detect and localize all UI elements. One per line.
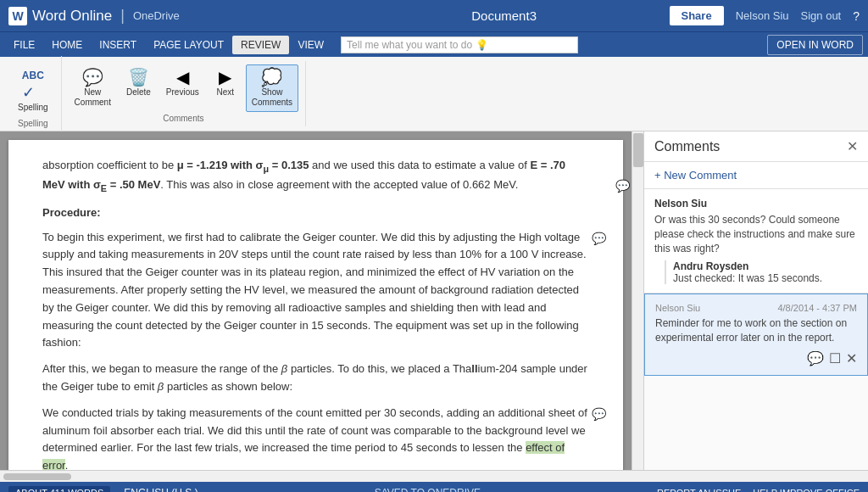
comments-close-button[interactable]: ✕ [847,138,858,154]
delete-icon: 🗑️ [128,69,149,86]
vertical-scrollbar[interactable] [632,131,643,470]
comment-icon-2[interactable]: 💬 [592,229,606,248]
highlighted-phrase: effect of error [42,441,565,470]
spelling-section-label: Spelling [12,119,54,128]
comment-2-meta: Nelson Siu 4/8/2014 - 4:37 PM [655,303,857,313]
logo-area: W Word Online | OneDrive [8,7,339,25]
delete-action-button[interactable]: ✕ [846,350,857,366]
word-count[interactable]: ABOUT 411 WORDS [8,486,110,492]
menu-view[interactable]: VIEW [289,36,332,54]
comment-thread-1: Nelson Siu Or was this 30 seconds? Could… [644,189,868,294]
signout-link[interactable]: Sign out [801,9,842,22]
next-label: Next [216,87,234,98]
user-area: Share Nelson Siu Sign out ? [670,6,860,25]
title-separator: | [120,7,125,25]
comment-1-text: Or was this 30 seconds? Could someone pl… [654,213,858,255]
spelling-icon: ABC ✓ [22,64,44,101]
ribbon: ABC ✓ Spelling Spelling 💬 NewComment 🗑️ … [0,57,868,131]
previous-label: Previous [166,87,199,98]
ribbon-comments-section: 💬 NewComment 🗑️ Delete ◀ Previous ▶ Next… [62,61,307,126]
help-button[interactable]: ? [853,9,860,23]
show-comments-button[interactable]: 💭 ShowComments [246,64,298,112]
ribbon-spelling-section: ABC ✓ Spelling Spelling [5,56,62,131]
comment-icon-1[interactable]: 💬 [615,176,630,195]
paragraph-1: absorption coefficient to be μ = -1.219 … [42,157,589,196]
comment-2-date: 4/8/2014 - 4:37 PM [777,303,857,313]
comment-2-actions: 💬 ☐ ✕ [655,350,857,366]
comments-section-label: Comments [69,114,299,123]
menu-file[interactable]: FILE [5,36,43,54]
delete-label: Delete [126,87,151,98]
delete-button[interactable]: 🗑️ Delete [120,64,157,102]
next-icon: ▶ [219,69,231,86]
previous-icon: ◀ [176,69,189,86]
comments-title: Comments [654,139,720,154]
status-right: REPORT AN ISSUE HELP IMPROVE OFFICE [657,488,860,492]
document-title: Document3 [339,8,670,23]
new-comment-btn[interactable]: + New Comment [644,162,868,189]
saved-status: SAVED TO ONEDRIVE [375,487,481,492]
new-comment-button[interactable]: 💬 NewComment [69,64,117,112]
reply-1-author: Andru Roysden [673,260,858,272]
menu-insert[interactable]: INSERT [91,36,145,54]
search-placeholder: Tell me what you want to do [347,39,472,51]
show-comments-label: ShowComments [252,87,292,108]
procedure-heading: Procedure: [42,204,589,222]
title-bar: W Word Online | OneDrive Document3 Share… [0,0,868,31]
paragraph-4: We conducted trials by taking measuremen… [42,405,589,470]
comment-2-text: Reminder for me to work on the section o… [655,316,857,345]
search-bar[interactable]: Tell me what you want to do 💡 [341,36,578,53]
word-icon: W [8,7,27,25]
comment-1-author: Nelson Siu [654,198,858,210]
user-name[interactable]: Nelson Siu [736,9,789,22]
horizontal-scrollbar[interactable] [0,470,868,482]
new-comment-label: NewComment [75,87,111,108]
spelling-label: Spelling [18,103,48,113]
status-left: ABOUT 411 WORDS ENGLISH (U.S.) [8,486,198,492]
previous-button[interactable]: ◀ Previous [160,64,205,102]
resolve-action-button[interactable]: ☐ [829,350,841,366]
new-comment-icon: 💬 [82,69,103,86]
document-paper: absorption coefficient to be μ = -1.219 … [8,140,623,470]
share-button[interactable]: Share [670,6,724,25]
onedrive-link[interactable]: OneDrive [133,9,180,22]
menu-home[interactable]: HOME [43,36,91,54]
spelling-button[interactable]: ABC ✓ Spelling [12,59,54,117]
document-area[interactable]: absorption coefficient to be μ = -1.219 … [0,131,632,470]
paragraph-2: To begin this experiment, we first had t… [42,229,589,353]
paragraph-3: After this, we began to measure the rang… [42,361,589,396]
show-comments-icon: 💭 [261,69,282,86]
open-in-word[interactable]: OPEN IN WORD [767,35,863,55]
help-improve-link[interactable]: HELP IMPROVE OFFICE [753,488,860,492]
report-issue-link[interactable]: REPORT AN ISSUE [657,488,741,492]
reply-action-button[interactable]: 💬 [807,350,824,366]
reply-thread-1: Andru Roysden Just checked: It was 15 se… [665,260,858,284]
status-bar: ABOUT 411 WORDS ENGLISH (U.S.) SAVED TO … [0,482,868,492]
reply-1-text: Just checked: It was 15 seconds. [673,272,858,284]
comments-panel: Comments ✕ + New Comment Nelson Siu Or w… [643,131,868,470]
menu-review[interactable]: REVIEW [232,36,289,54]
h-scroll-thumb [3,473,71,480]
comment-thread-2: Nelson Siu 4/8/2014 - 4:37 PM Reminder f… [644,294,868,376]
app-name: Word Online [32,8,112,25]
comment-2-author: Nelson Siu [655,303,700,313]
language-indicator: ENGLISH (U.S.) [124,487,198,492]
comments-panel-header: Comments ✕ [644,131,868,162]
menu-page-layout[interactable]: PAGE LAYOUT [145,36,232,54]
comment-icon-3[interactable]: 💬 [592,405,606,423]
next-button[interactable]: ▶ Next [209,64,242,102]
menu-bar: FILE HOME INSERT PAGE LAYOUT REVIEW VIEW… [0,31,868,57]
main-content: absorption coefficient to be μ = -1.219 … [0,131,868,470]
